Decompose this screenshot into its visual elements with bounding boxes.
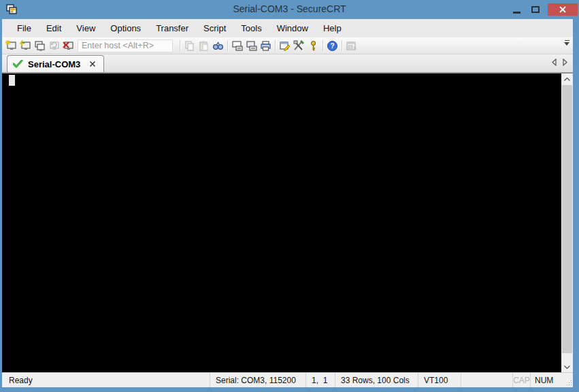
tab-scroll-right-icon[interactable]: [563, 59, 567, 66]
window-controls: [508, 3, 578, 16]
tab-scroll-left-icon[interactable]: [552, 59, 557, 66]
quick-connect-button[interactable]: [4, 39, 18, 53]
tab-scroll-arrows: [552, 59, 567, 66]
status-cursor-position: 1, 1: [305, 373, 335, 387]
key-agent-button[interactable]: [306, 39, 320, 53]
close-icon: [559, 5, 567, 14]
scroll-up-button[interactable]: [561, 74, 573, 84]
menu-view[interactable]: View: [69, 20, 103, 37]
toolbar-overflow-icon: [565, 40, 569, 41]
reconnect-icon: [48, 40, 60, 52]
toolbar-separator: [275, 40, 276, 52]
session-options-icon: [279, 40, 291, 52]
print-screen-button[interactable]: [230, 39, 244, 53]
auto-print-button[interactable]: [244, 39, 259, 53]
chevron-up-icon: [564, 78, 570, 81]
menu-file[interactable]: File: [10, 20, 39, 37]
minimize-icon: [513, 12, 520, 14]
menu-tools[interactable]: Tools: [233, 20, 269, 37]
toolbar-separator: [342, 40, 342, 52]
menu-bar: File Edit View Options Transfer Script T…: [2, 19, 573, 37]
session-options-button[interactable]: [278, 39, 292, 53]
scroll-down-button[interactable]: [561, 361, 573, 372]
menu-window[interactable]: Window: [269, 20, 316, 37]
global-options-icon: [293, 40, 305, 52]
reconnect-button[interactable]: [47, 39, 61, 53]
tab-strip: Serial-COM3: [2, 54, 573, 73]
close-button[interactable]: [548, 3, 578, 16]
paste-button[interactable]: [197, 39, 211, 53]
chevron-down-icon: [564, 365, 570, 369]
help-button[interactable]: ?: [325, 39, 340, 53]
svg-text:?: ?: [330, 42, 334, 50]
status-terminal-size: 33 Rows, 100 Cols: [335, 373, 418, 387]
disconnect-icon: [63, 40, 74, 52]
menu-help[interactable]: Help: [316, 20, 349, 37]
toolbar: ? A: [2, 37, 573, 54]
menu-transfer[interactable]: Transfer: [148, 20, 196, 37]
toolbar-overflow-button[interactable]: [563, 40, 571, 51]
maximize-button[interactable]: [526, 3, 544, 16]
find-button[interactable]: [211, 39, 225, 53]
minimize-button[interactable]: [508, 3, 526, 16]
window-content: File Edit View Options Transfer Script T…: [2, 19, 573, 387]
svg-text:A: A: [354, 46, 357, 50]
quick-connect-icon: [5, 40, 17, 52]
host-input[interactable]: [78, 39, 173, 52]
key-icon: [308, 40, 319, 52]
print-button[interactable]: [259, 39, 273, 53]
global-options-button[interactable]: [292, 39, 306, 53]
tab-close-icon[interactable]: [89, 61, 96, 67]
vertical-scrollbar[interactable]: [561, 73, 573, 372]
print-icon: [260, 40, 271, 52]
terminal-area: [2, 73, 573, 372]
tab-serial-com3[interactable]: Serial-COM3: [7, 55, 104, 72]
title-bar: Serial-COM3 - SecureCRT: [0, 0, 579, 19]
tab-label: Serial-COM3: [28, 59, 80, 69]
copy-icon: [184, 40, 195, 52]
status-num-lock: NUM: [530, 373, 562, 387]
help-icon: ?: [327, 40, 338, 52]
window-title: Serial-COM3 - SecureCRT: [0, 3, 579, 14]
resize-grip[interactable]: [562, 373, 573, 387]
chevron-down-icon: [564, 42, 569, 46]
terminal-cursor: [9, 75, 15, 86]
status-emulation: VT100: [418, 373, 461, 387]
menu-options[interactable]: Options: [103, 20, 148, 37]
securecrt-window: Serial-COM3 - SecureCRT File Edit View O…: [0, 0, 579, 392]
menu-edit[interactable]: Edit: [39, 20, 69, 37]
grip-dots-icon: [571, 385, 572, 385]
auto-print-icon: [246, 40, 258, 52]
toolbar-separator: [227, 40, 228, 52]
disconnect-button[interactable]: [61, 39, 76, 53]
connect-button[interactable]: [18, 39, 33, 53]
toolbar-separator: [322, 40, 323, 52]
connect-icon: [20, 40, 31, 52]
paste-icon: [198, 40, 210, 52]
connect-in-tab-icon: [34, 40, 46, 52]
status-caps-lock: CAP: [512, 373, 530, 387]
menu-script[interactable]: Script: [196, 20, 233, 37]
status-serial: Serial: COM3, 115200: [210, 373, 305, 387]
scrollbar-thumb[interactable]: [562, 85, 572, 353]
connect-in-tab-button[interactable]: [33, 39, 47, 53]
terminal-screen[interactable]: [2, 73, 561, 372]
connected-check-icon: [13, 60, 23, 68]
status-spacer: [461, 373, 512, 387]
print-screen-icon: [231, 40, 244, 52]
connect-bar-icon: A: [346, 40, 357, 52]
status-ready: Ready: [2, 373, 210, 387]
maximize-icon: [531, 6, 540, 13]
toolbar-separator: [180, 40, 180, 52]
connect-bar-button[interactable]: A: [344, 39, 359, 53]
status-bar: Ready Serial: COM3, 115200 1, 1 33 Rows,…: [2, 372, 573, 387]
find-icon: [212, 40, 224, 52]
copy-button[interactable]: [182, 39, 197, 53]
